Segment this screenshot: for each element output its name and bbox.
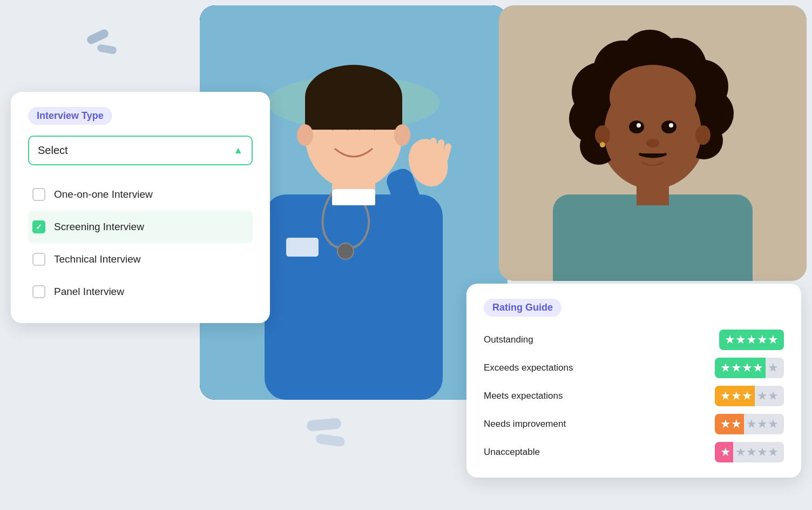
svg-point-37 [637, 123, 641, 128]
svg-rect-6 [305, 97, 402, 130]
decorative-pills-top [86, 22, 117, 53]
svg-point-7 [297, 124, 313, 146]
checkbox-list: One-on-one Interview Screening Interview… [28, 178, 253, 308]
svg-rect-21 [553, 194, 753, 281]
svg-rect-17 [332, 189, 375, 205]
list-item[interactable]: Panel Interview [28, 276, 253, 308]
rating-row-outstanding: Outstanding ★ ★ ★ ★ ★ [484, 330, 784, 350]
rating-row-needs: Needs improvement ★ ★ ★ ★ ★ [484, 414, 784, 434]
rating-guide-label: Rating Guide [492, 302, 553, 313]
checkbox-screening[interactable] [32, 220, 45, 233]
decorative-pills-bottom [302, 419, 345, 445]
deco-pill-2 [97, 44, 117, 55]
option-label: Screening Interview [54, 221, 144, 233]
rating-row-unacceptable: Unacceptable ★ ★ ★ ★ ★ [484, 442, 784, 462]
rating-label-outstanding: Outstanding [484, 334, 581, 345]
list-item[interactable]: One-on-one Interview [28, 178, 253, 211]
interview-type-card: Interview Type Select ▲ One-on-one Inter… [11, 92, 270, 323]
chevron-up-icon: ▲ [233, 145, 243, 156]
option-label: Technical Interview [54, 253, 141, 265]
deco-pill-4 [315, 433, 346, 447]
interview-type-label: Interview Type [37, 110, 104, 121]
rating-row-meets: Meets expectations ★ ★ ★ ★ ★ [484, 386, 784, 406]
rating-label-needs: Needs improvement [484, 419, 581, 430]
svg-point-42 [600, 142, 605, 147]
option-label: Panel Interview [54, 286, 124, 298]
interview-type-badge: Interview Type [28, 107, 112, 125]
svg-point-36 [661, 120, 676, 133]
deco-pill-1 [86, 28, 110, 45]
photo-right [499, 5, 807, 281]
select-value: Select [38, 144, 68, 157]
rating-label-exceeds: Exceeds expectations [484, 363, 581, 373]
stars-exceeds: ★ ★ ★ ★ ★ [715, 358, 784, 378]
deco-pill-3 [306, 418, 341, 432]
svg-point-35 [629, 120, 644, 133]
svg-rect-18 [286, 238, 319, 257]
stars-outstanding: ★ ★ ★ ★ ★ [719, 330, 784, 350]
stars-meets: ★ ★ ★ ★ ★ [715, 386, 784, 406]
svg-point-38 [669, 123, 673, 128]
svg-point-40 [595, 125, 610, 145]
svg-point-34 [610, 65, 696, 130]
stars-needs: ★ ★ ★ ★ ★ [715, 414, 784, 434]
rating-label-meets: Meets expectations [484, 391, 581, 401]
rating-guide-card: Rating Guide Outstanding ★ ★ ★ ★ ★ E [466, 284, 801, 478]
rating-row-exceeds: Exceeds expectations ★ ★ ★ ★ ★ [484, 358, 784, 378]
rating-rows: Outstanding ★ ★ ★ ★ ★ Exceeds expectatio… [484, 330, 784, 462]
list-item[interactable]: Screening Interview [28, 211, 253, 243]
option-label: One-on-one Interview [54, 189, 153, 200]
stars-unacceptable: ★ ★ ★ ★ ★ [715, 442, 784, 462]
scene: Interview Type Select ▲ One-on-one Inter… [0, 0, 812, 510]
svg-point-41 [695, 125, 710, 145]
select-dropdown[interactable]: Select ▲ [28, 136, 253, 165]
checkbox-one-on-one[interactable] [32, 188, 45, 201]
rating-label-unacceptable: Unacceptable [484, 447, 581, 458]
svg-point-39 [646, 139, 659, 147]
checkbox-panel[interactable] [32, 285, 45, 298]
list-item[interactable]: Technical Interview [28, 243, 253, 276]
checkbox-technical[interactable] [32, 253, 45, 266]
curly-person-illustration [499, 5, 807, 281]
rating-guide-badge: Rating Guide [484, 299, 561, 317]
svg-point-16 [337, 243, 354, 259]
svg-point-8 [394, 124, 410, 146]
